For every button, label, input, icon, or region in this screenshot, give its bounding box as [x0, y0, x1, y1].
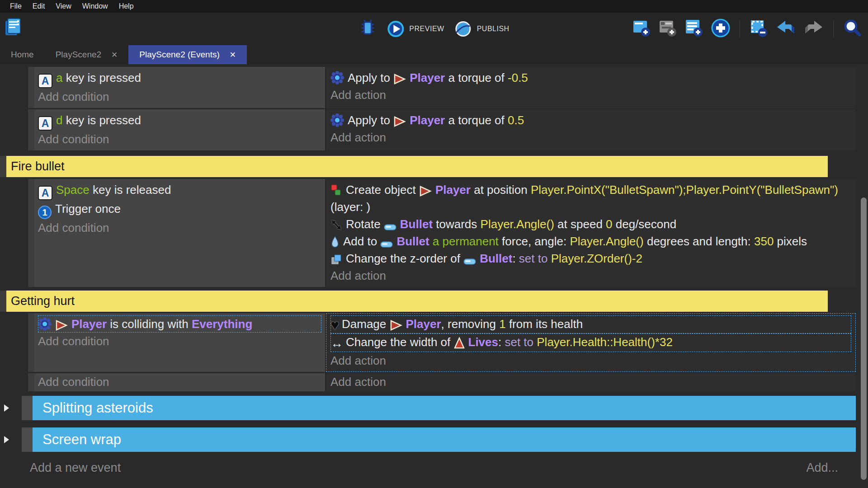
condition-key-released[interactable]: Space key is released [38, 181, 321, 200]
group-splitting-asteroids[interactable]: Splitting asteroids [33, 396, 856, 420]
comment-row: Getting hurt [0, 291, 828, 312]
keyboard-icon [38, 186, 52, 200]
bullet-icon [380, 241, 393, 248]
deselect-icon [749, 19, 768, 38]
add-subevent-button[interactable] [658, 19, 677, 39]
tab-playscene2[interactable]: PlayScene2 ✕ [45, 45, 129, 64]
add-action-button[interactable]: Add action [330, 129, 851, 146]
action-damage[interactable]: Damage Player, removing 1 from its healt… [330, 315, 851, 333]
tab-label: PlayScene2 (Events) [139, 50, 219, 60]
condition-collision[interactable]: Player is colliding with Everything [38, 315, 321, 333]
physics-icon [38, 317, 52, 331]
gdevelop-window: File Edit View Window Help [0, 0, 868, 488]
event-gutter[interactable] [0, 291, 6, 312]
event-row: a key is pressed Add condition Apply to … [28, 67, 856, 108]
debugger-button[interactable] [359, 19, 377, 39]
add-condition-button[interactable]: Add condition [38, 219, 321, 236]
tab-bar: Home PlayScene2 ✕ PlayScene2 (Events) ✕ [0, 45, 868, 64]
add-action-button[interactable]: Add action [330, 267, 851, 284]
close-tab-icon[interactable]: ✕ [230, 50, 236, 60]
group-screen-wrap[interactable]: Screen wrap [33, 427, 856, 452]
action-add-force[interactable]: Add to Bullet a permanent force, angle: … [330, 233, 851, 250]
damage-heart-icon [330, 317, 339, 333]
conditions-cell: d key is pressed Add condition [34, 109, 325, 150]
search-button[interactable] [843, 19, 862, 39]
conditions-cell: Add condition [34, 373, 325, 391]
tab-playscene2-events[interactable]: PlayScene2 (Events) ✕ [128, 45, 247, 64]
event-gutter[interactable] [28, 179, 34, 287]
add-action-button[interactable]: Add action [330, 352, 851, 369]
menu-bar: File Edit View Window Help [0, 0, 868, 13]
menu-file[interactable]: File [5, 2, 27, 10]
expand-arrow-icon[interactable] [4, 436, 9, 443]
tab-home[interactable]: Home [0, 45, 45, 64]
add-circle-icon [711, 18, 731, 38]
add-condition-button[interactable]: Add condition [38, 131, 321, 148]
project-manager-button[interactable] [4, 31, 24, 38]
menu-view[interactable]: View [50, 2, 76, 10]
condition-trigger-once[interactable]: Trigger once [38, 200, 321, 219]
debugger-bug-icon [359, 19, 377, 38]
keyboard-icon [38, 74, 52, 88]
vertical-scrollbar-thumb[interactable] [861, 197, 867, 480]
action-zorder[interactable]: Change the z-order of Bullet: set to Pla… [330, 250, 851, 267]
player-ship-icon [419, 186, 432, 197]
tab-label: Home [11, 50, 34, 60]
deselect-button[interactable] [749, 19, 768, 39]
actions-cell: Apply to Player a torque of 0.5 Add acti… [326, 109, 856, 150]
action-change-width[interactable]: Change the width of Lives: set to Player… [330, 333, 851, 352]
add-condition-button[interactable]: Add condition [38, 373, 321, 390]
action-rotate[interactable]: Rotate Bullet towards Player.Angle() at … [330, 216, 851, 233]
comment-getting-hurt[interactable]: Getting hurt [6, 291, 828, 312]
preview-button[interactable]: PREVIEW [387, 20, 444, 38]
add-condition-button[interactable]: Add condition [38, 333, 321, 350]
width-arrow-icon [330, 336, 343, 350]
group-gutter[interactable] [22, 396, 33, 420]
conditions-cell: Space key is released Trigger once Add c… [34, 179, 325, 287]
comment-fire-bullet[interactable]: Fire bullet [6, 156, 828, 177]
add-condition-button[interactable]: Add condition [38, 88, 321, 105]
undo-button[interactable] [775, 19, 796, 39]
physics-icon [330, 71, 344, 84]
add-action-button[interactable]: Add action [330, 373, 851, 390]
condition-key-pressed[interactable]: d key is pressed [38, 112, 321, 131]
force-hand-icon [330, 235, 340, 248]
events-sheet: a key is pressed Add condition Apply to … [0, 64, 868, 488]
actions-cell: Create object Player at position Player.… [326, 179, 856, 287]
rotate-arrow-icon [330, 219, 342, 231]
action-apply-torque[interactable]: Apply to Player a torque of -0.5 [330, 69, 851, 86]
condition-key-pressed[interactable]: a key is pressed [38, 69, 321, 88]
expand-arrow-icon[interactable] [4, 404, 9, 412]
event-gutter[interactable] [28, 67, 34, 108]
player-ship-icon [393, 116, 406, 127]
tab-label: PlayScene2 [56, 50, 101, 60]
publish-button[interactable]: PUBLISH [454, 20, 509, 38]
add-more-button[interactable] [711, 18, 731, 40]
bullet-icon [384, 224, 396, 231]
conditions-cell: a key is pressed Add condition [34, 67, 325, 108]
redo-button[interactable] [803, 19, 824, 39]
event-row: d key is pressed Add condition Apply to … [28, 109, 856, 150]
conditions-cell: Player is colliding with Everything Add … [34, 313, 325, 372]
event-gutter[interactable] [0, 156, 6, 177]
menu-help[interactable]: Help [113, 2, 139, 10]
event-gutter[interactable] [28, 109, 34, 150]
add-subevent-icon [658, 19, 677, 38]
add-action-button[interactable]: Add action [330, 86, 851, 103]
preview-play-icon [387, 20, 405, 38]
menu-edit[interactable]: Edit [27, 2, 51, 10]
project-manager-icon [4, 16, 24, 37]
add-event-icon [632, 19, 651, 38]
action-create-object[interactable]: Create object Player at position Player.… [330, 181, 851, 216]
keyboard-icon [38, 116, 52, 131]
add-event-button[interactable] [632, 19, 651, 39]
close-tab-icon[interactable]: ✕ [111, 50, 118, 60]
group-gutter[interactable] [22, 427, 33, 452]
add-more-link[interactable]: Add... [806, 461, 838, 475]
event-gutter[interactable] [28, 313, 34, 372]
add-new-event-button[interactable]: Add a new event [30, 461, 121, 475]
menu-window[interactable]: Window [77, 2, 113, 10]
add-comment-button[interactable] [684, 19, 703, 39]
action-apply-torque[interactable]: Apply to Player a torque of 0.5 [330, 112, 851, 129]
event-gutter[interactable] [28, 373, 34, 391]
